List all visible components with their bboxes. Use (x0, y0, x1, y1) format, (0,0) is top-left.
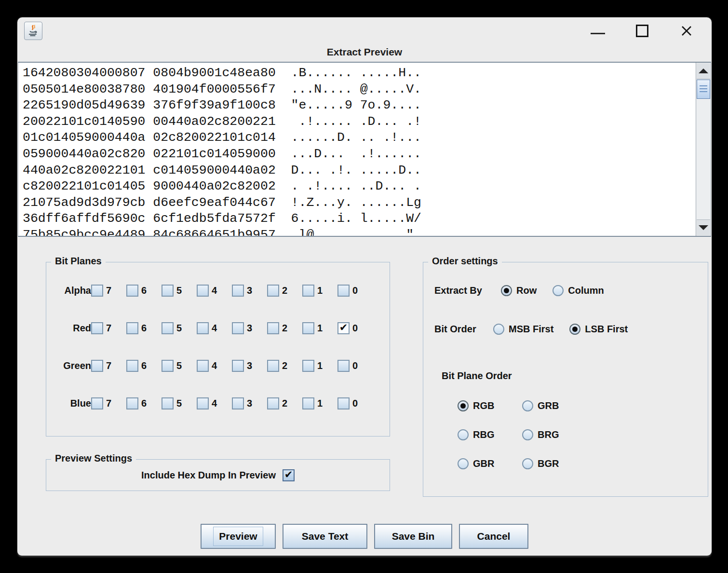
triangle-down-icon (699, 225, 708, 230)
checkbox-alpha-bit-7[interactable] (91, 285, 103, 297)
checkbox-green-bit-3[interactable] (232, 360, 244, 372)
bit-item: 5 (162, 397, 197, 409)
bit-item: 1 (302, 285, 337, 297)
checkbox-alpha-bit-0[interactable] (337, 285, 350, 297)
bit-plane-order-radio-brg[interactable] (522, 429, 533, 440)
checkbox-alpha-bit-6[interactable] (126, 285, 138, 297)
checkbox-alpha-bit-4[interactable] (197, 285, 209, 297)
hex-line: 440a02c820022101 c014059000440a02 D... .… (23, 163, 696, 179)
bit-item: 6 (126, 322, 162, 334)
preview-button[interactable]: Preview (201, 524, 276, 549)
checkbox-red-bit-5[interactable] (162, 322, 174, 334)
bit-order-option-label: MSB First (509, 324, 553, 335)
bit-number-label: 3 (247, 285, 252, 296)
checkbox-green-bit-6[interactable] (126, 360, 138, 372)
checkbox-green-bit-2[interactable] (267, 360, 279, 372)
checkbox-red-bit-4[interactable] (197, 322, 209, 334)
checkbox-green-bit-5[interactable] (162, 360, 174, 372)
bit-plane-order-label: Bit Plane Order (442, 370, 512, 382)
bit-item: 2 (267, 322, 302, 334)
include-hex-dump-label: Include Hex Dump In Preview (141, 470, 276, 481)
checkbox-green-bit-4[interactable] (197, 360, 209, 372)
checkbox-red-bit-3[interactable] (232, 322, 244, 334)
scroll-up-button[interactable] (697, 63, 710, 79)
hex-line: 36dff6affdf5690c 6cf1edb5fda7572f 6.....… (23, 211, 696, 227)
check-mark-icon: ✔ (284, 470, 293, 480)
bit-planes-group-title: Bit Planes (51, 256, 106, 267)
checkbox-red-bit-6[interactable] (126, 322, 138, 334)
bit-plane-row-alpha: Alpha76543210 (46, 272, 390, 309)
checkbox-blue-bit-4[interactable] (197, 397, 209, 409)
checkbox-blue-bit-2[interactable] (267, 397, 279, 409)
checkbox-alpha-bit-5[interactable] (162, 285, 174, 297)
checkbox-blue-bit-3[interactable] (232, 397, 244, 409)
checkbox-green-bit-0[interactable] (337, 360, 350, 372)
checkbox-blue-bit-1[interactable] (302, 397, 314, 409)
checkbox-blue-bit-0[interactable] (337, 397, 350, 409)
bit-number-label: 4 (212, 398, 217, 409)
bit-number-label: 6 (141, 398, 147, 409)
bit-plane-row-red: Red7654321✔0 (46, 309, 390, 347)
save-bin-button[interactable]: Save Bin (374, 524, 452, 549)
checkbox-blue-bit-6[interactable] (126, 397, 138, 409)
checkbox-red-bit-2[interactable] (267, 322, 279, 334)
bit-number-label: 3 (247, 360, 252, 371)
bit-item: 7 (91, 360, 126, 372)
extract-preview-window: Extract Preview 1642080304000807 0804b90… (17, 17, 712, 556)
checkbox-green-bit-1[interactable] (302, 360, 314, 372)
cancel-button[interactable]: Cancel (459, 524, 528, 549)
extract-by-radio-row[interactable] (501, 285, 512, 296)
hex-dump-text[interactable]: 1642080304000807 0804b9001c48ea80 .B....… (18, 63, 696, 236)
bit-order-option: MSB First (493, 324, 553, 335)
bit-item: 6 (126, 397, 162, 409)
checkbox-blue-bit-5[interactable] (162, 397, 174, 409)
extract-by-option-label: Row (516, 285, 537, 296)
scroll-down-button[interactable] (697, 219, 710, 235)
bit-item: 4 (197, 285, 232, 297)
checkbox-red-bit-0[interactable]: ✔ (337, 322, 350, 334)
bit-plane-order-radio-rbg[interactable] (458, 429, 469, 440)
bit-plane-order-radio-gbr[interactable] (458, 458, 469, 469)
bit-number-label: 4 (212, 360, 217, 371)
minimize-button[interactable] (589, 22, 607, 40)
page-title: Extract Preview (17, 44, 712, 62)
include-hex-dump-checkbox[interactable]: ✔ (283, 469, 295, 481)
bit-number-label: 7 (106, 285, 111, 296)
bit-number-label: 5 (176, 323, 182, 334)
extract-by-radio-column[interactable] (553, 285, 564, 296)
checkbox-alpha-bit-3[interactable] (232, 285, 244, 297)
hex-line: 01c014059000440a 02c820022101c014 ......… (23, 130, 696, 146)
window-controls (589, 22, 712, 40)
close-button[interactable] (678, 22, 695, 40)
button-label: Save Bin (386, 527, 441, 546)
vertical-scrollbar[interactable] (696, 63, 711, 236)
checkbox-red-bit-1[interactable] (302, 322, 314, 334)
checkbox-green-bit-7[interactable] (91, 360, 103, 372)
bit-plane-order-option: RBG (458, 429, 506, 440)
bit-plane-order-option-label: RGB (473, 400, 494, 411)
checkbox-blue-bit-7[interactable] (91, 397, 103, 409)
bit-order-radio-lsb-first[interactable] (569, 324, 580, 335)
bit-order-radio-msb-first[interactable] (493, 324, 504, 335)
bit-number-label: 2 (282, 285, 287, 296)
button-label: Save Text (296, 527, 354, 546)
bit-item: 1 (302, 322, 337, 334)
minimize-icon (591, 33, 605, 34)
bit-plane-order-radio-bgr[interactable] (522, 458, 533, 469)
scrollbar-thumb[interactable] (697, 80, 710, 99)
bit-number-label: 2 (282, 323, 287, 334)
maximize-button[interactable] (634, 22, 651, 40)
bit-item: 4 (197, 360, 232, 372)
checkbox-alpha-bit-2[interactable] (267, 285, 279, 297)
hex-dump-viewport[interactable]: 1642080304000807 0804b9001c48ea80 .B....… (18, 62, 711, 237)
bit-number-label: 3 (247, 398, 252, 409)
save-text-button[interactable]: Save Text (283, 524, 367, 549)
bit-plane-order-radio-rgb[interactable] (458, 400, 469, 411)
checkbox-red-bit-7[interactable] (91, 322, 103, 334)
checkbox-alpha-bit-1[interactable] (302, 285, 314, 297)
bit-item: 3 (232, 322, 267, 334)
extract-by-option-label: Column (568, 285, 604, 296)
bit-number-label: 0 (352, 398, 358, 409)
bit-plane-order-radio-grb[interactable] (522, 400, 533, 411)
maximize-icon (636, 25, 648, 37)
